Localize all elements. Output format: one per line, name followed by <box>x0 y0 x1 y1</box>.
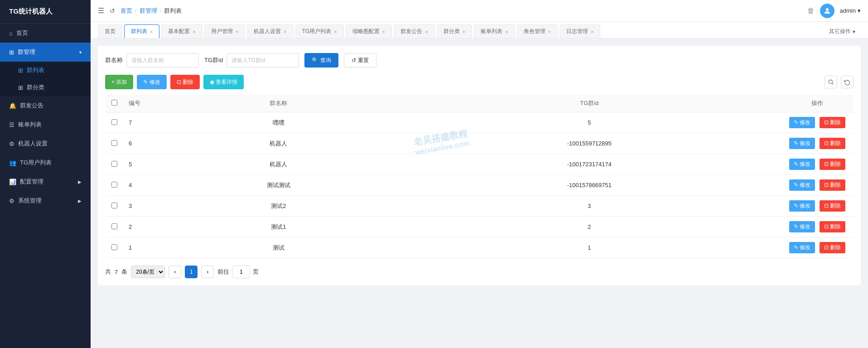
breadcrumb-group[interactable]: 群管理 <box>140 7 157 15</box>
tab-tg-user-list[interactable]: TG用户列表 × <box>295 24 344 38</box>
svg-line-2 <box>832 83 834 85</box>
tab-home-label: 首页 <box>105 28 116 35</box>
tab-account-list-close[interactable]: × <box>505 29 508 34</box>
table-row: 4 测试测试 -1001578669751 ✎ 修改 ⊡ 删除 <box>105 175 854 196</box>
breadcrumb-home[interactable]: 首页 <box>121 7 132 15</box>
sidebar-item-group-manage[interactable]: ⊞ 群管理 ▾ <box>0 43 91 62</box>
next-page-btn[interactable]: › <box>201 266 214 278</box>
row-checkbox[interactable] <box>111 223 117 229</box>
tab-home[interactable]: 首页 <box>98 24 122 38</box>
row-delete-btn[interactable]: ⊡ 删除 <box>820 242 845 253</box>
row-edit-btn[interactable]: ✎ 修改 <box>789 242 815 253</box>
row-edit-btn[interactable]: ✎ 修改 <box>789 200 815 212</box>
tab-user-manage-close[interactable]: × <box>236 29 238 34</box>
tab-log-manage-close[interactable]: × <box>591 29 593 34</box>
tab-robot-settings[interactable]: 机器人设置 × <box>247 24 293 38</box>
tabs-more-btn[interactable]: 其它操作 ▾ <box>824 25 861 38</box>
query-button[interactable]: 🔍 查询 <box>304 53 338 68</box>
row-checkbox[interactable] <box>111 161 117 167</box>
tab-group-category-close[interactable]: × <box>463 29 465 34</box>
tabs-more-icon: ▾ <box>853 29 855 35</box>
row-delete-btn[interactable]: ⊡ 删除 <box>820 138 845 149</box>
tab-thumbnail-config-close[interactable]: × <box>382 29 385 34</box>
grid-sm-icon: ⊞ <box>18 67 23 74</box>
row-checkbox[interactable] <box>111 244 117 250</box>
edit-button[interactable]: ✎ 修改 <box>137 75 166 89</box>
delete-button[interactable]: ⊡ 删除 <box>170 75 200 89</box>
tab-role-manage[interactable]: 角色管理 × <box>517 24 558 38</box>
sidebar-item-config[interactable]: 📊 配置管理 ▶ <box>0 172 91 191</box>
detail-button[interactable]: ◉ 查看详情 <box>203 75 244 89</box>
total-suffix: 条 <box>121 268 127 276</box>
breadcrumb-sep2: / <box>160 7 162 14</box>
row-edit-btn[interactable]: ✎ 修改 <box>789 159 815 170</box>
sidebar-item-home-label: 首页 <box>16 29 28 37</box>
tab-user-manage[interactable]: 用户管理 × <box>204 24 245 38</box>
tab-group-list-close[interactable]: × <box>150 29 153 34</box>
menu-toggle-icon[interactable]: ☰ <box>98 6 104 15</box>
table-search-icon[interactable] <box>825 76 837 88</box>
tab-basic-config[interactable]: 基本配置 × <box>161 24 202 38</box>
tab-tg-user-list-close[interactable]: × <box>334 29 337 34</box>
tab-basic-config-close[interactable]: × <box>193 29 195 34</box>
sidebar-item-home[interactable]: ⌂ 首页 <box>0 24 91 43</box>
user-menu[interactable]: admin ▾ <box>840 7 861 14</box>
row-delete-btn[interactable]: ⊡ 删除 <box>820 117 845 128</box>
prev-page-btn[interactable]: ‹ <box>169 266 181 278</box>
tabs-list: 首页 群列表 × 基本配置 × 用户管理 × 机器人设置 × TG用户列表 × <box>98 24 600 38</box>
tab-broadcast[interactable]: 群发公告 × <box>394 24 434 38</box>
page-size-select[interactable]: 20条/页 <box>131 266 165 278</box>
row-delete-btn[interactable]: ⊡ 删除 <box>820 179 845 191</box>
tab-robot-settings-close[interactable]: × <box>284 29 286 34</box>
tab-broadcast-close[interactable]: × <box>425 29 428 34</box>
select-all-checkbox[interactable] <box>111 100 117 106</box>
table-header-id: 编号 <box>123 95 159 112</box>
tab-group-list[interactable]: 群列表 × <box>124 24 159 38</box>
row-edit-btn[interactable]: ✎ 修改 <box>789 179 815 191</box>
gear-icon: ⚙ <box>9 198 14 204</box>
sidebar-item-account[interactable]: ☰ 账单列表 <box>0 115 91 134</box>
breadcrumb: 首页 / 群管理 / 群列表 <box>121 7 182 15</box>
row-delete-btn[interactable]: ⊡ 删除 <box>820 221 845 232</box>
sidebar-item-group-category[interactable]: ⊞ 群分类 <box>0 79 91 96</box>
row-actions: ✎ 修改 ⊡ 删除 <box>781 237 854 258</box>
tab-group-category-label: 群分类 <box>444 28 460 35</box>
goto-input[interactable] <box>232 266 250 278</box>
row-delete-btn[interactable]: ⊡ 删除 <box>820 159 845 170</box>
row-checkbox[interactable] <box>111 182 117 188</box>
table-row: 7 嘿嘿 5 ✎ 修改 ⊡ 删除 <box>105 112 854 133</box>
row-edit-btn[interactable]: ✎ 修改 <box>789 221 815 232</box>
home-icon: ⌂ <box>9 30 13 37</box>
main-content: ☰ ↺ 首页 / 群管理 / 群列表 🗑 admin ▾ 首页 <box>91 0 868 348</box>
sidebar-item-robot[interactable]: ⚙ 机器人设置 <box>0 134 91 153</box>
row-tgid: 3 <box>398 196 781 217</box>
tab-account-list[interactable]: 账单列表 × <box>474 24 515 38</box>
tg-id-input[interactable] <box>227 53 299 68</box>
current-page[interactable]: 1 <box>185 266 198 278</box>
reset-button[interactable]: ↺ 重置 <box>344 53 376 68</box>
sidebar-account-label: 账单列表 <box>18 121 42 129</box>
sidebar-item-group-list[interactable]: ⊞ 群列表 <box>0 62 91 79</box>
tab-group-category[interactable]: 群分类 × <box>437 24 472 38</box>
trash-icon[interactable]: 🗑 <box>807 7 815 15</box>
row-checkbox[interactable] <box>111 140 117 146</box>
sidebar-item-system[interactable]: ⚙ 系统管理 ▶ <box>0 191 91 210</box>
row-name: 测试1 <box>159 217 398 237</box>
sidebar-item-broadcast[interactable]: 🔔 群发公告 <box>0 96 91 115</box>
row-edit-btn[interactable]: ✎ 修改 <box>789 138 815 149</box>
tab-log-manage[interactable]: 日志管理 × <box>559 24 600 38</box>
refresh-icon[interactable]: ↺ <box>110 7 115 14</box>
table-refresh-icon[interactable] <box>841 76 854 88</box>
row-delete-btn[interactable]: ⊡ 删除 <box>820 200 845 212</box>
row-checkbox[interactable] <box>111 119 117 125</box>
sidebar-item-tguser[interactable]: 👥 TG用户列表 <box>0 153 91 172</box>
row-tgid: -1001578669751 <box>398 175 781 196</box>
group-name-input[interactable] <box>126 53 199 68</box>
row-edit-btn[interactable]: ✎ 修改 <box>789 117 815 128</box>
tab-thumbnail-config[interactable]: 缩略图配置 × <box>346 24 392 38</box>
tab-role-manage-close[interactable]: × <box>548 29 551 34</box>
row-checkbox[interactable] <box>111 203 117 208</box>
robot-icon: ⚙ <box>9 140 14 147</box>
add-button[interactable]: + 添加 <box>105 75 133 89</box>
action-bar: + 添加 ✎ 修改 ⊡ 删除 ◉ 查看详情 <box>105 75 854 89</box>
